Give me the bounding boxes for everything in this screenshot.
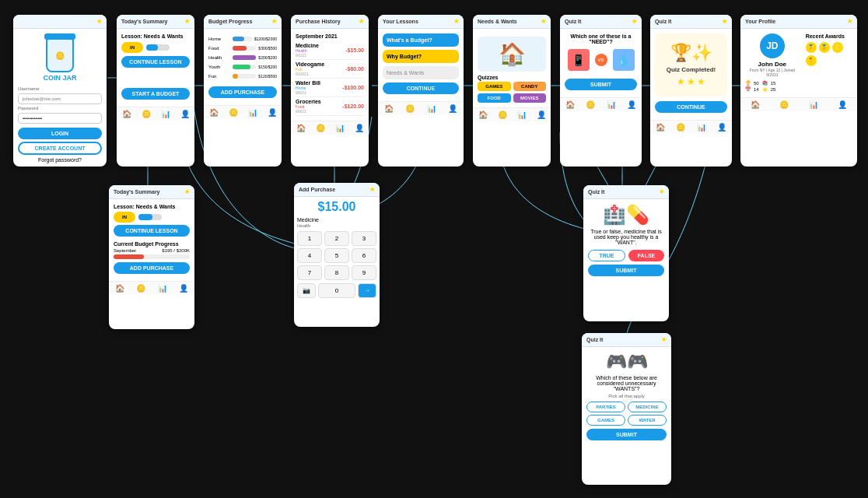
login-header: ★ — [13, 15, 107, 29]
username-input[interactable] — [18, 93, 102, 104]
toggle-2[interactable]: IN — [114, 212, 135, 223]
password-label: Password — [18, 106, 102, 110]
profile-title: Your Profile — [745, 19, 775, 24]
password-input[interactable] — [18, 113, 102, 124]
lesson-card-2[interactable]: Why Budget? — [383, 50, 459, 63]
key-7[interactable]: 7 — [297, 265, 322, 280]
lesson-card-1[interactable]: What's a Budget? — [383, 33, 459, 47]
continue-lesson-btn-1[interactable]: CONTINUE LESSON — [121, 56, 190, 68]
nav-person-5[interactable]: 👤 — [448, 104, 457, 113]
nav-person-4[interactable]: 👤 — [355, 124, 364, 132]
create-account-button[interactable]: CREATE ACCOUNT — [18, 142, 102, 155]
bottom-nav-10: 🏠 🪙 📊 👤 — [109, 281, 194, 295]
false-btn[interactable]: FALSE — [628, 250, 664, 261]
cat-movies[interactable]: MOVIES — [513, 93, 547, 103]
quiz-completed-content: 🏆✨ Quiz Completed! ★ ★ ★ — [655, 33, 727, 96]
nav-chart-6[interactable]: 📊 — [517, 110, 527, 119]
budget-bar-2 — [114, 254, 190, 259]
nav-coin-8[interactable]: 🪙 — [676, 123, 685, 132]
quiz3-title: Quiz It — [586, 337, 603, 342]
option-medicine[interactable]: MEDICINE — [628, 402, 667, 412]
nav-coin-1[interactable]: 🪙 — [142, 110, 151, 118]
quiz-2-screen: Quiz It ★ 🏥💊 True or false, medicine tha… — [583, 185, 669, 321]
quiz1-option-water[interactable]: 💧 — [613, 49, 635, 71]
key-2[interactable]: 2 — [324, 231, 349, 246]
camera-btn[interactable]: 📷 — [297, 283, 316, 298]
nav-chart-5[interactable]: 📊 — [427, 104, 436, 113]
cat-candy[interactable]: CANDY — [513, 82, 547, 91]
budget-progress-screen: Budget Progress ★ Home $1200/$2000 Food … — [204, 15, 282, 167]
nav-person-9[interactable]: 👤 — [838, 100, 847, 109]
nav-home-5[interactable]: 🏠 — [384, 104, 394, 113]
quiz2-submit-btn[interactable]: SUBMIT — [588, 265, 664, 276]
nav-chart-9[interactable]: 📊 — [809, 100, 818, 109]
nav-home-4[interactable]: 🏠 — [296, 124, 306, 132]
key-1[interactable]: 1 — [297, 231, 322, 246]
nav-coin-10[interactable]: 🪙 — [136, 284, 145, 293]
quiz3-submit-btn[interactable]: SUBMIT — [586, 429, 667, 440]
nav-chart-8[interactable]: 📊 — [697, 123, 706, 132]
stat-days: 📅 14 ⭐ 25 — [745, 86, 800, 92]
forgot-password-link[interactable]: Forgot password? — [18, 157, 102, 163]
option-games[interactable]: GAMES — [586, 415, 625, 426]
login-button[interactable]: LOGIN — [18, 128, 102, 139]
item-date-groc: 9/9/21 — [296, 109, 321, 114]
continue-lesson-btn-2[interactable]: CONTINUE LESSON — [114, 225, 190, 237]
quiz2-title: Quiz It — [588, 189, 604, 195]
item-amount-medicine: -$15.00 — [345, 47, 364, 53]
key-6[interactable]: 6 — [352, 248, 376, 263]
quiz-comp-continue-btn[interactable]: CONTINUE — [655, 101, 727, 113]
nav-home-1[interactable]: 🏠 — [122, 110, 131, 118]
nav-person-8[interactable]: 👤 — [717, 123, 726, 132]
nav-coin-4[interactable]: 🪙 — [316, 124, 325, 132]
cat-food[interactable]: FOOD — [478, 93, 511, 103]
nav-home-8[interactable]: 🏠 — [656, 123, 665, 132]
nav-chart-10[interactable]: 📊 — [158, 284, 167, 293]
add-purchase-star: ★ — [369, 186, 375, 193]
avatar: JD — [760, 33, 785, 58]
quiz1-option-phone[interactable]: 📱 — [568, 49, 590, 71]
key-4[interactable]: 4 — [297, 248, 322, 263]
nav-home-3[interactable]: 🏠 — [209, 108, 219, 117]
nav-person-10[interactable]: 👤 — [179, 284, 188, 293]
toggle-1[interactable]: IN — [121, 42, 143, 53]
nav-coin-7[interactable]: 🪙 — [586, 100, 595, 109]
nav-person-1[interactable]: 👤 — [180, 110, 190, 118]
lessons-title: Your Lessons — [383, 19, 418, 24]
option-parties[interactable]: PARTIES — [586, 402, 625, 412]
item-name-water: Water Bill — [296, 80, 320, 86]
cat-home: Home — [208, 37, 230, 41]
nav-chart-4[interactable]: 📊 — [335, 124, 345, 132]
key-0[interactable]: 0 — [318, 283, 355, 298]
key-5[interactable]: 5 — [324, 248, 349, 263]
quiz-stars: ★ ★ ★ — [661, 76, 721, 87]
key-9[interactable]: 9 — [352, 265, 376, 280]
nav-chart-3[interactable]: 📊 — [248, 108, 257, 117]
nav-person-7[interactable]: 👤 — [627, 100, 636, 109]
nav-coin-3[interactable]: 🪙 — [229, 108, 238, 117]
cat-games[interactable]: GAMES — [478, 82, 511, 91]
nav-coin-6[interactable]: 🪙 — [498, 110, 507, 119]
nav-home-6[interactable]: 🏠 — [478, 110, 488, 119]
add-purchase-btn-budget[interactable]: ADD PURCHASE — [208, 86, 277, 98]
nav-person-3[interactable]: 👤 — [268, 108, 277, 117]
nav-person-6[interactable]: 👤 — [537, 110, 546, 119]
next-btn[interactable]: → — [358, 283, 376, 298]
key-8[interactable]: 8 — [324, 265, 349, 280]
lesson-label-2: Lesson: Needs & Wants — [114, 204, 190, 209]
option-water[interactable]: WATER — [628, 415, 667, 426]
key-3[interactable]: 3 — [352, 231, 376, 246]
nav-chart-1[interactable]: 📊 — [161, 110, 170, 118]
nav-home-7[interactable]: 🏠 — [565, 100, 575, 109]
start-budget-btn[interactable]: START A BUDGET — [121, 88, 190, 100]
add-purchase-btn-2[interactable]: ADD PURCHASE — [114, 262, 190, 274]
summary1-header: Today's Summary ★ — [117, 15, 194, 29]
continue-lessons-btn[interactable]: CONTINUE — [383, 82, 459, 94]
quiz1-submit-btn[interactable]: SUBMIT — [565, 79, 637, 90]
true-btn[interactable]: TRUE — [588, 250, 625, 261]
nav-coin-9[interactable]: 🪙 — [779, 100, 789, 109]
nav-coin-5[interactable]: 🪙 — [405, 104, 415, 113]
nav-chart-7[interactable]: 📊 — [607, 100, 616, 109]
nav-home-9[interactable]: 🏠 — [751, 100, 760, 109]
nav-home-10[interactable]: 🏠 — [115, 284, 124, 293]
